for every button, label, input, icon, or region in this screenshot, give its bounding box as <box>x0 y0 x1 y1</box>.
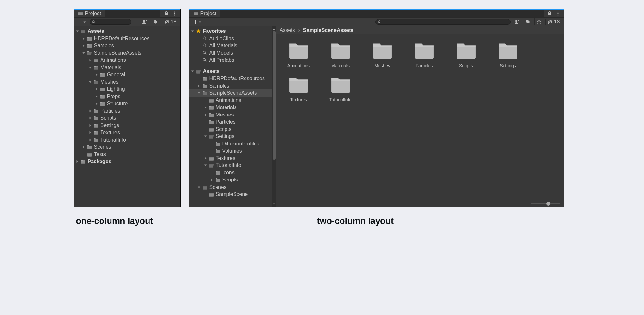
tree-row[interactable]: Samples <box>74 42 180 50</box>
caret-right-icon[interactable] <box>197 84 201 88</box>
search-by-label-button[interactable] <box>524 18 533 25</box>
tree-row[interactable]: Materials <box>189 104 276 111</box>
caret-down-icon[interactable] <box>204 163 207 167</box>
tree-two-column[interactable]: FavoritesAudioClipsAll MaterialsAll Mode… <box>189 26 276 199</box>
tree-row[interactable]: HDRPDefaultResources <box>74 35 180 42</box>
slider-thumb[interactable] <box>546 202 550 206</box>
kebab-menu-icon[interactable] <box>172 11 177 16</box>
tree-row[interactable]: Samples <box>189 82 276 90</box>
search-by-type-button[interactable] <box>140 18 149 25</box>
thumbnail-size-slider[interactable] <box>531 203 560 204</box>
grid-folder[interactable]: Animations <box>284 42 313 68</box>
caret-right-icon[interactable] <box>95 102 99 106</box>
tree-row[interactable]: Lighting <box>74 86 180 93</box>
caret-right-icon[interactable] <box>88 58 92 62</box>
caret-right-icon[interactable] <box>95 95 99 98</box>
tree-row[interactable]: Scripts <box>189 126 276 133</box>
tree-row[interactable]: TutorialInfo <box>74 136 180 144</box>
caret-right-icon[interactable] <box>88 138 92 142</box>
scroll-down-icon[interactable]: ▼ <box>273 203 276 206</box>
caret-right-icon[interactable] <box>204 113 207 117</box>
caret-right-icon[interactable] <box>95 87 99 91</box>
tree-row[interactable]: Icons <box>189 169 276 177</box>
tree-row[interactable]: All Models <box>189 50 276 57</box>
tree-row[interactable]: AudioClips <box>189 35 276 42</box>
hidden-items[interactable]: 18 <box>545 19 562 25</box>
project-tab[interactable]: Project <box>74 10 105 17</box>
search-field[interactable] <box>375 19 511 25</box>
search-input[interactable] <box>96 20 129 24</box>
search-input[interactable] <box>381 20 508 24</box>
caret-right-icon[interactable] <box>88 116 92 120</box>
grid-folder[interactable]: Scripts <box>452 42 481 68</box>
caret-down-icon[interactable] <box>191 29 195 33</box>
tree-row[interactable]: Animations <box>74 57 180 64</box>
caret-down-icon[interactable] <box>88 66 92 69</box>
lock-icon[interactable] <box>547 11 552 16</box>
caret-right-icon[interactable] <box>75 160 79 163</box>
tree-row[interactable]: Structure <box>74 100 180 107</box>
tree-row[interactable]: Textures <box>74 129 180 136</box>
grid-folder[interactable]: Materials <box>326 42 355 68</box>
grid-folder[interactable]: Meshes <box>368 42 397 68</box>
tree-row[interactable]: HDRPDefaultResources <box>189 75 276 82</box>
caret-right-icon[interactable] <box>82 44 86 48</box>
project-tab[interactable]: Project <box>189 10 221 17</box>
tree-one-column[interactable]: AssetsHDRPDefaultResourcesSamplesSampleS… <box>74 26 180 201</box>
caret-right-icon[interactable] <box>88 124 92 127</box>
scrollbar[interactable]: ▲ ▼ <box>272 26 276 207</box>
tree-row[interactable]: Favorites <box>189 28 276 35</box>
tree-row[interactable]: SampleSceneAssets <box>189 89 276 97</box>
caret-right-icon[interactable] <box>210 178 214 182</box>
tree-row[interactable]: Scripts <box>74 115 180 122</box>
tree-row[interactable]: Tests <box>74 151 180 158</box>
scrollbar-thumb[interactable] <box>273 31 276 160</box>
lock-icon[interactable] <box>164 11 169 16</box>
save-search-button[interactable] <box>534 18 543 25</box>
tree-row[interactable]: Particles <box>74 107 180 115</box>
tree-row[interactable]: SampleScene <box>189 191 276 198</box>
tree-row[interactable]: Assets <box>74 28 180 35</box>
caret-down-icon[interactable] <box>197 91 201 95</box>
tree-row[interactable]: Settings <box>74 122 180 129</box>
caret-right-icon[interactable] <box>82 37 86 41</box>
search-by-label-button[interactable] <box>151 18 160 25</box>
hidden-items[interactable]: 18 <box>162 19 178 25</box>
tree-row[interactable]: General <box>74 71 180 79</box>
tree-row[interactable]: All Materials <box>189 42 276 50</box>
caret-down-icon[interactable] <box>88 80 92 84</box>
tree-row[interactable]: Volumes <box>189 147 276 155</box>
caret-right-icon[interactable] <box>95 73 99 77</box>
caret-right-icon[interactable] <box>204 156 207 160</box>
tree-row[interactable]: SampleSceneAssets <box>74 50 180 57</box>
tree-row[interactable]: Scripts <box>189 176 276 184</box>
grid-folder[interactable]: Particles <box>410 42 439 68</box>
tree-row[interactable]: Particles <box>189 118 276 126</box>
caret-down-icon[interactable] <box>204 134 207 138</box>
caret-down-icon[interactable] <box>197 185 201 189</box>
tree-row[interactable]: Packages <box>74 158 180 165</box>
tree-row[interactable]: Props <box>74 93 180 100</box>
grid-folder[interactable]: Settings <box>494 42 523 68</box>
kebab-menu-icon[interactable] <box>555 11 561 16</box>
breadcrumb-item[interactable]: Assets <box>280 27 295 33</box>
tree-row[interactable]: Materials <box>74 64 180 71</box>
create-dropdown[interactable] <box>76 19 88 24</box>
search-field[interactable] <box>90 19 131 25</box>
tree-row[interactable]: All Prefabs <box>189 57 276 64</box>
tree-row[interactable]: Settings <box>189 133 276 140</box>
caret-right-icon[interactable] <box>204 106 207 109</box>
caret-down-icon[interactable] <box>75 29 79 33</box>
grid-folder[interactable]: Textures <box>284 76 313 102</box>
caret-right-icon[interactable] <box>88 131 92 134</box>
tree-row[interactable]: Meshes <box>189 111 276 119</box>
caret-right-icon[interactable] <box>88 109 92 113</box>
tree-row[interactable]: DiffusionProfiles <box>189 140 276 148</box>
scroll-up-icon[interactable]: ▲ <box>273 27 276 30</box>
breadcrumb-item[interactable]: SampleSceneAssets <box>303 27 354 33</box>
tree-row[interactable]: Animations <box>189 97 276 104</box>
tree-row[interactable]: TutorialInfo <box>189 162 276 169</box>
caret-down-icon[interactable] <box>82 51 86 55</box>
tree-row[interactable]: Scenes <box>189 184 276 191</box>
tree-row[interactable]: Assets <box>189 68 276 75</box>
